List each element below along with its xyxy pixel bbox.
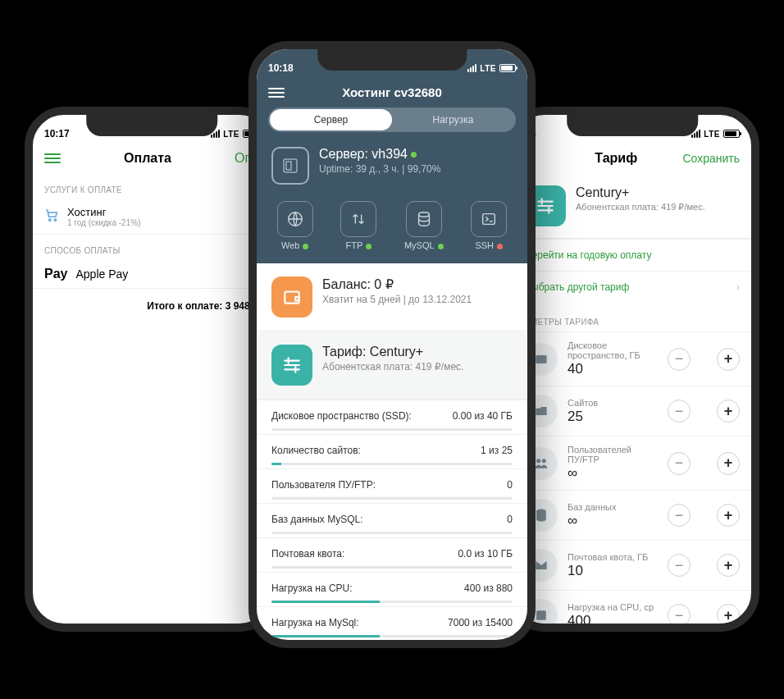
stat-label: Количество сайтов: <box>271 445 361 456</box>
usage-stat: Нагрузка на CPU:400 из 880 <box>257 572 527 606</box>
stat-value: 0.00 из 40 ГБ <box>453 410 513 422</box>
decrement-button[interactable]: − <box>668 554 691 577</box>
increment-button[interactable]: + <box>717 554 740 577</box>
progress-bar <box>271 601 513 603</box>
status-dot-icon <box>497 244 503 249</box>
network-label: LTE <box>480 64 496 73</box>
service-row[interactable]: Хостинг 1 год (скидка -21%) <box>33 199 271 235</box>
top-area: 10:18 LTE Хостинг cv32680 Сервер Нагрузк… <box>257 49 527 263</box>
svg-point-1 <box>54 219 56 221</box>
progress-bar <box>271 428 513 431</box>
increment-button[interactable]: + <box>717 400 740 423</box>
decrement-button[interactable]: − <box>668 504 691 527</box>
save-button[interactable]: Сохранить <box>682 152 740 165</box>
network-label: LTE <box>704 130 720 139</box>
link-other-tariff[interactable]: Выбрать другой тариф › <box>513 271 751 303</box>
decrement-button[interactable]: − <box>668 452 691 475</box>
param-label: Почтовая квота, ГБ <box>567 552 658 562</box>
tariff-sub: Абонентская плата: 419 ₽/мес. <box>322 361 463 372</box>
service-sub: 1 год (скидка -21%) <box>67 218 140 227</box>
page-title: Тариф <box>549 151 682 166</box>
transfer-icon <box>340 201 376 237</box>
increment-button[interactable]: + <box>717 348 740 371</box>
stat-value: 1 из 25 <box>481 445 513 456</box>
status-time: 10:17 <box>44 128 70 139</box>
server-icon <box>271 147 309 185</box>
menu-icon[interactable] <box>268 88 285 98</box>
service-ssh[interactable]: SSH <box>471 201 507 250</box>
stat-value: 0.0 из 10 ГБ <box>458 548 513 560</box>
service-name: Хостинг <box>67 206 140 218</box>
server-uptime: Uptime: 39 д., 3 ч. | 99,70% <box>319 163 440 175</box>
header: Оплата Опла <box>33 146 271 174</box>
tariff-param: Нагрузка на CPU, ср400−+ <box>513 590 751 632</box>
tariff-name: Century+ <box>576 185 705 200</box>
tariff-param: Пользователей ПУ/FTP∞−+ <box>513 436 751 490</box>
stat-label: Нагрузка на CPU: <box>271 582 353 594</box>
notch <box>317 49 467 71</box>
tariff-fee: Абонентская плата: 419 ₽/мес. <box>576 202 705 212</box>
decrement-button[interactable]: − <box>668 348 691 371</box>
balance-title: Баланс: 0 ₽ <box>322 276 472 292</box>
usage-stat: Дисковое пространство (SSD):0.00 из 40 Г… <box>257 400 527 434</box>
param-value: ∞ <box>567 465 658 482</box>
increment-button[interactable]: + <box>717 604 740 627</box>
svg-point-0 <box>49 219 51 221</box>
header: Тариф Сохранить <box>513 146 751 174</box>
usage-stat: Баз данных MySQL:0 <box>257 503 527 537</box>
param-value: 25 <box>567 409 658 425</box>
stat-label: Нагрузка на MySql: <box>271 617 359 628</box>
param-value: 10 <box>567 563 658 579</box>
svg-rect-12 <box>540 614 544 618</box>
increment-button[interactable]: + <box>717 452 740 475</box>
tariff-param: Почтовая квота, ГБ10−+ <box>513 540 751 590</box>
decrement-button[interactable]: − <box>668 604 691 627</box>
svg-rect-14 <box>286 162 291 170</box>
tab-segment: Сервер Нагрузка <box>268 107 516 132</box>
tariff-card[interactable]: Тариф: Century+ Абонентская плата: 419 ₽… <box>257 331 527 400</box>
header: Хостинг cv32680 <box>257 80 527 107</box>
link-annual-label: Перейти на годовую оплату <box>525 249 651 261</box>
database-icon <box>406 201 442 237</box>
payment-method-row[interactable]: Pay Apple Pay <box>33 260 271 289</box>
progress-bar <box>271 635 513 637</box>
tariff-icon <box>271 345 312 386</box>
decrement-button[interactable]: − <box>668 400 691 423</box>
balance-sub: Хватит на 5 дней | до 13.12.2021 <box>322 294 472 305</box>
status-dot-icon <box>366 244 371 249</box>
balance-card[interactable]: Баланс: 0 ₽ Хватит на 5 дней | до 13.12.… <box>257 263 527 331</box>
param-value: ∞ <box>567 513 658 529</box>
battery-icon <box>723 130 740 138</box>
stat-label: Почтовая квота: <box>271 548 344 560</box>
section-params-label: АМЕТРЫ ТАРИФА <box>513 303 751 331</box>
service-mysql[interactable]: MySQL <box>404 201 444 250</box>
param-label: Дисковое пространство, ГБ <box>567 340 658 360</box>
progress-bar <box>271 566 513 569</box>
stat-value: 0 <box>507 479 513 491</box>
menu-icon[interactable] <box>44 153 61 163</box>
progress-bar <box>271 497 513 500</box>
battery-icon <box>499 64 516 72</box>
param-label: Пользователей ПУ/FTP <box>567 445 658 464</box>
tariff-card: Century+ Абонентская плата: 419 ₽/мес. <box>513 174 751 239</box>
tab-load[interactable]: Нагрузка <box>392 109 514 130</box>
tab-server[interactable]: Сервер <box>270 109 392 130</box>
page-title: Хостинг cv32680 <box>285 85 499 99</box>
usage-stat: Почтовая квота:0.0 из 10 ГБ <box>257 537 527 572</box>
service-web[interactable]: Web <box>277 201 313 250</box>
status-time: 10:18 <box>268 62 294 74</box>
stat-label: Баз данных MySQL: <box>271 514 362 525</box>
increment-button[interactable]: + <box>717 504 740 527</box>
tariff-param: Сайтов25−+ <box>513 386 751 436</box>
progress-bar <box>271 463 513 465</box>
tariff-param: Баз данных∞−+ <box>513 490 751 540</box>
service-web-label: Web <box>281 240 299 250</box>
param-value: 400 <box>567 613 658 629</box>
param-label: Нагрузка на CPU, ср <box>567 602 658 612</box>
progress-bar <box>271 532 513 534</box>
service-ssh-label: SSH <box>475 240 494 250</box>
total-label: Итого к оплате: 3 948 ₽ <box>33 289 271 323</box>
service-ftp[interactable]: FTP <box>340 201 376 250</box>
link-annual-payment[interactable]: Перейти на годовую оплату <box>513 239 751 271</box>
server-info[interactable]: Сервер: vh394 Uptime: 39 д., 3 ч. | 99,7… <box>257 144 527 198</box>
